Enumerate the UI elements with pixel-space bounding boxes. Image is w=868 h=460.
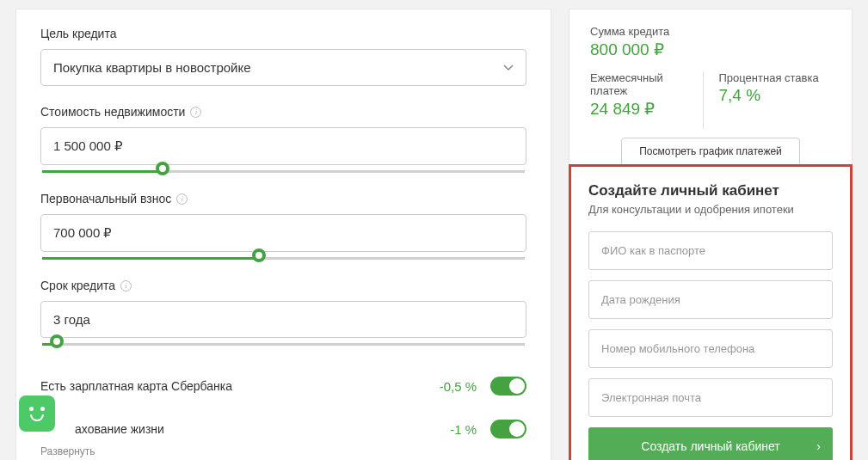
term-group: Срок кредита i 3 года bbox=[40, 279, 526, 346]
slider-thumb[interactable] bbox=[156, 162, 169, 175]
arrow-right-icon: › bbox=[816, 439, 821, 453]
calculator-form: Цель кредита Покупка квартиры в новостро… bbox=[15, 9, 551, 460]
property-cost-label: Стоимость недвижимости i bbox=[40, 105, 526, 119]
property-cost-group: Стоимость недвижимости i 1 500 000 ₽ bbox=[40, 105, 526, 173]
create-cabinet-button[interactable]: Создать личный кабинет › bbox=[588, 427, 833, 460]
chat-widget[interactable] bbox=[19, 396, 55, 432]
life-insurance-toggle[interactable] bbox=[490, 420, 526, 439]
info-icon[interactable]: i bbox=[190, 107, 201, 118]
purpose-group: Цель кредита Покупка квартиры в новостро… bbox=[40, 27, 526, 86]
slider-thumb[interactable] bbox=[252, 248, 266, 262]
chat-face-icon bbox=[25, 404, 49, 423]
property-cost-input[interactable]: 1 500 000 ₽ bbox=[40, 127, 526, 165]
rate-value: 7,4 % bbox=[719, 86, 832, 105]
fio-input[interactable] bbox=[588, 231, 833, 270]
term-input[interactable]: 3 года bbox=[40, 301, 526, 338]
life-insurance-discount: -1 % bbox=[450, 422, 477, 437]
info-icon[interactable]: i bbox=[120, 280, 132, 291]
down-payment-label: Первоначальный взнос i bbox=[40, 192, 526, 205]
purpose-value: Покупка квартиры в новостройке bbox=[53, 60, 251, 75]
monthly-value: 24 849 ₽ bbox=[590, 99, 703, 119]
salary-card-discount: -0,5 % bbox=[440, 379, 477, 394]
right-panel: Сумма кредита 800 000 ₽ Ежемесячный плат… bbox=[569, 9, 853, 460]
life-insurance-label: ахование жизни bbox=[75, 422, 164, 436]
cabinet-form: Создайте личный кабинет Для консультации… bbox=[569, 164, 853, 460]
amount-label: Сумма кредита bbox=[590, 25, 831, 38]
slider-thumb[interactable] bbox=[50, 334, 64, 348]
property-cost-slider[interactable] bbox=[42, 170, 525, 173]
submit-label: Создать личный кабинет bbox=[641, 439, 779, 453]
down-payment-slider[interactable] bbox=[42, 257, 525, 260]
salary-card-toggle[interactable] bbox=[490, 377, 526, 396]
chevron-down-icon bbox=[503, 64, 514, 71]
down-payment-group: Первоначальный взнос i 700 000 ₽ bbox=[40, 192, 526, 260]
info-icon[interactable]: i bbox=[176, 193, 188, 205]
amount-value: 800 000 ₽ bbox=[590, 40, 831, 59]
salary-card-row: Есть зарплатная карта Сбербанка -0,5 % bbox=[40, 365, 526, 408]
down-payment-input[interactable]: 700 000 ₽ bbox=[40, 214, 526, 252]
summary-box: Сумма кредита 800 000 ₽ Ежемесячный плат… bbox=[569, 9, 853, 165]
term-slider[interactable] bbox=[42, 343, 525, 346]
monthly-label: Ежемесячный платеж bbox=[590, 71, 703, 97]
salary-card-label: Есть зарплатная карта Сбербанка bbox=[40, 379, 232, 393]
phone-input[interactable] bbox=[588, 329, 833, 368]
rate-label: Процентная ставка bbox=[719, 71, 832, 84]
purpose-label: Цель кредита bbox=[40, 27, 526, 40]
life-insurance-row: ахование жизни -1 % bbox=[40, 408, 526, 451]
term-label: Срок кредита i bbox=[40, 279, 526, 292]
expand-link[interactable]: Развернуть bbox=[40, 445, 526, 457]
dob-input[interactable] bbox=[588, 280, 833, 319]
purpose-select[interactable]: Покупка квартиры в новостройке bbox=[40, 49, 526, 86]
schedule-button[interactable]: Посмотреть график платежей bbox=[621, 138, 800, 165]
cabinet-subtitle: Для консультации и одобрения ипотеки bbox=[588, 203, 833, 216]
cabinet-title: Создайте личный кабинет bbox=[588, 182, 833, 199]
email-input[interactable] bbox=[588, 378, 833, 417]
